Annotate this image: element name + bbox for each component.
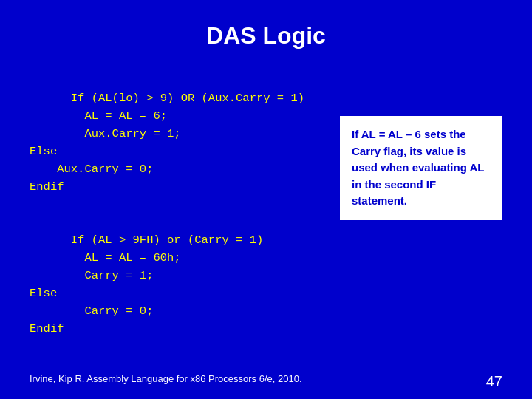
slide: DAS Logic If (AL(lo) > 9) OR (Aux.Carry … [0,0,532,399]
page-number: 47 [486,373,502,390]
footer: Irvine, Kip R. Assembly Language for x86… [0,373,532,390]
footer-citation: Irvine, Kip R. Assembly Language for x86… [30,373,302,390]
code-block: If (AL(lo) > 9) OR (Aux.Carry = 1) AL = … [30,72,325,355]
code-section1: If (AL(lo) > 9) OR (Aux.Carry = 1) AL = … [30,92,304,194]
slide-title: DAS Logic [30,22,502,50]
info-box: If AL = AL – 6 sets the Carry flag, its … [340,116,502,220]
code-section2: If (AL > 9FH) or (Carry = 1) AL = AL – 6… [30,233,263,335]
content-area: If (AL(lo) > 9) OR (Aux.Carry = 1) AL = … [30,72,502,355]
